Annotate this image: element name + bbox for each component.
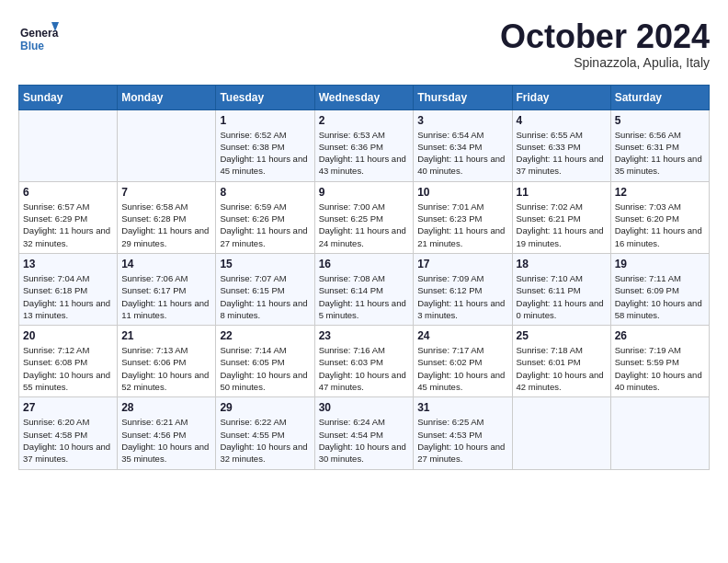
day-info: Sunrise: 6:21 AM Sunset: 4:56 PM Dayligh… (121, 416, 211, 465)
day-number: 24 (417, 329, 507, 342)
header-friday: Friday (512, 85, 610, 109)
day-info: Sunrise: 7:11 AM Sunset: 6:09 PM Dayligh… (615, 272, 705, 321)
svg-text:General: General (20, 27, 59, 40)
calendar-header: Sunday Monday Tuesday Wednesday Thursday… (19, 85, 710, 109)
day-number: 23 (319, 329, 410, 342)
day-info: Sunrise: 7:00 AM Sunset: 6:25 PM Dayligh… (319, 201, 410, 249)
calendar-cell: 9Sunrise: 7:00 AM Sunset: 6:25 PM Daylig… (314, 181, 414, 253)
day-number: 15 (220, 258, 310, 270)
day-info: Sunrise: 6:55 AM Sunset: 6:33 PM Dayligh… (517, 129, 607, 178)
day-info: Sunrise: 6:54 AM Sunset: 6:34 PM Dayligh… (417, 129, 507, 178)
calendar-cell: 31Sunrise: 6:25 AM Sunset: 4:53 PM Dayli… (414, 397, 512, 469)
day-number: 21 (121, 329, 211, 342)
header-thursday: Thursday (414, 85, 512, 109)
day-info: Sunrise: 7:03 AM Sunset: 6:20 PM Dayligh… (615, 201, 705, 249)
day-info: Sunrise: 7:09 AM Sunset: 6:12 PM Dayligh… (417, 272, 507, 321)
day-number: 7 (121, 186, 211, 199)
day-number: 26 (615, 329, 705, 342)
calendar-body: 1Sunrise: 6:52 AM Sunset: 6:38 PM Daylig… (19, 109, 710, 469)
day-info: Sunrise: 6:25 AM Sunset: 4:53 PM Dayligh… (417, 416, 507, 465)
calendar-table: Sunday Monday Tuesday Wednesday Thursday… (18, 85, 710, 470)
day-number: 10 (417, 186, 507, 199)
calendar-cell: 24Sunrise: 7:17 AM Sunset: 6:02 PM Dayli… (414, 326, 512, 397)
calendar-cell: 21Sunrise: 7:13 AM Sunset: 6:06 PM Dayli… (118, 326, 216, 397)
day-number: 19 (615, 258, 705, 270)
day-number: 20 (23, 329, 113, 342)
day-info: Sunrise: 6:24 AM Sunset: 4:54 PM Dayligh… (319, 416, 410, 465)
day-number: 17 (417, 258, 507, 270)
day-number: 8 (220, 186, 310, 199)
calendar-cell: 30Sunrise: 6:24 AM Sunset: 4:54 PM Dayli… (314, 397, 414, 469)
calendar-cell: 13Sunrise: 7:04 AM Sunset: 6:18 PM Dayli… (19, 253, 118, 325)
day-info: Sunrise: 7:06 AM Sunset: 6:17 PM Dayligh… (121, 272, 211, 321)
month-title: October 2024 (500, 18, 710, 55)
calendar-cell: 17Sunrise: 7:09 AM Sunset: 6:12 PM Dayli… (414, 253, 512, 325)
calendar-cell: 18Sunrise: 7:10 AM Sunset: 6:11 PM Dayli… (512, 253, 610, 325)
calendar-cell: 16Sunrise: 7:08 AM Sunset: 6:14 PM Dayli… (314, 253, 414, 325)
day-info: Sunrise: 6:22 AM Sunset: 4:55 PM Dayligh… (220, 416, 310, 465)
day-number: 31 (417, 401, 507, 414)
location-subtitle: Spinazzola, Apulia, Italy (500, 55, 710, 70)
calendar-cell: 4Sunrise: 6:55 AM Sunset: 6:33 PM Daylig… (512, 109, 610, 181)
header-sunday: Sunday (19, 85, 118, 109)
day-info: Sunrise: 7:19 AM Sunset: 5:59 PM Dayligh… (615, 344, 705, 393)
calendar-cell: 29Sunrise: 6:22 AM Sunset: 4:55 PM Dayli… (216, 397, 314, 469)
calendar-cell: 5Sunrise: 6:56 AM Sunset: 6:31 PM Daylig… (610, 109, 709, 181)
day-number: 12 (615, 186, 705, 199)
calendar-cell: 20Sunrise: 7:12 AM Sunset: 6:08 PM Dayli… (19, 326, 118, 397)
calendar-cell (512, 397, 610, 469)
day-number: 4 (517, 114, 607, 127)
calendar-cell: 2Sunrise: 6:53 AM Sunset: 6:36 PM Daylig… (314, 109, 414, 181)
day-number: 9 (319, 186, 410, 199)
day-number: 11 (517, 186, 607, 199)
calendar-cell (118, 109, 216, 181)
day-number: 5 (615, 114, 705, 127)
day-number: 6 (23, 186, 113, 199)
day-info: Sunrise: 6:20 AM Sunset: 4:58 PM Dayligh… (23, 416, 113, 465)
day-info: Sunrise: 7:08 AM Sunset: 6:14 PM Dayligh… (319, 272, 410, 321)
logo: General Blue (18, 18, 59, 59)
day-number: 28 (121, 401, 211, 414)
day-info: Sunrise: 7:04 AM Sunset: 6:18 PM Dayligh… (23, 272, 113, 321)
day-info: Sunrise: 7:10 AM Sunset: 6:11 PM Dayligh… (517, 272, 607, 321)
calendar-cell (610, 397, 709, 469)
header-monday: Monday (118, 85, 216, 109)
calendar-cell: 23Sunrise: 7:16 AM Sunset: 6:03 PM Dayli… (314, 326, 414, 397)
day-info: Sunrise: 7:13 AM Sunset: 6:06 PM Dayligh… (121, 344, 211, 393)
svg-text:Blue: Blue (20, 40, 44, 52)
calendar-cell: 6Sunrise: 6:57 AM Sunset: 6:29 PM Daylig… (19, 181, 118, 253)
calendar-cell: 11Sunrise: 7:02 AM Sunset: 6:21 PM Dayli… (512, 181, 610, 253)
day-number: 22 (220, 329, 310, 342)
calendar-cell: 27Sunrise: 6:20 AM Sunset: 4:58 PM Dayli… (19, 397, 118, 469)
calendar-cell: 28Sunrise: 6:21 AM Sunset: 4:56 PM Dayli… (118, 397, 216, 469)
day-info: Sunrise: 7:07 AM Sunset: 6:15 PM Dayligh… (220, 272, 310, 321)
day-info: Sunrise: 7:17 AM Sunset: 6:02 PM Dayligh… (417, 344, 507, 393)
day-number: 13 (23, 258, 113, 270)
day-info: Sunrise: 7:18 AM Sunset: 6:01 PM Dayligh… (517, 344, 607, 393)
calendar-week-3: 13Sunrise: 7:04 AM Sunset: 6:18 PM Dayli… (19, 253, 710, 325)
days-row: Sunday Monday Tuesday Wednesday Thursday… (19, 85, 710, 109)
calendar-cell: 25Sunrise: 7:18 AM Sunset: 6:01 PM Dayli… (512, 326, 610, 397)
calendar-cell: 15Sunrise: 7:07 AM Sunset: 6:15 PM Dayli… (216, 253, 314, 325)
day-number: 30 (319, 401, 410, 414)
day-info: Sunrise: 6:53 AM Sunset: 6:36 PM Dayligh… (319, 129, 410, 178)
calendar-cell: 8Sunrise: 6:59 AM Sunset: 6:26 PM Daylig… (216, 181, 314, 253)
calendar-cell (19, 109, 118, 181)
day-info: Sunrise: 7:02 AM Sunset: 6:21 PM Dayligh… (517, 201, 607, 249)
calendar-cell: 1Sunrise: 6:52 AM Sunset: 6:38 PM Daylig… (216, 109, 314, 181)
day-number: 3 (417, 114, 507, 127)
day-number: 16 (319, 258, 410, 270)
day-number: 27 (23, 401, 113, 414)
day-info: Sunrise: 6:58 AM Sunset: 6:28 PM Dayligh… (121, 201, 211, 249)
calendar-cell: 14Sunrise: 7:06 AM Sunset: 6:17 PM Dayli… (118, 253, 216, 325)
day-number: 29 (220, 401, 310, 414)
title-block: October 2024 Spinazzola, Apulia, Italy (500, 18, 710, 70)
day-number: 25 (517, 329, 607, 342)
header-tuesday: Tuesday (216, 85, 314, 109)
day-info: Sunrise: 6:52 AM Sunset: 6:38 PM Dayligh… (220, 129, 310, 178)
calendar-cell: 3Sunrise: 6:54 AM Sunset: 6:34 PM Daylig… (414, 109, 512, 181)
calendar-cell: 26Sunrise: 7:19 AM Sunset: 5:59 PM Dayli… (610, 326, 709, 397)
day-number: 1 (220, 114, 310, 127)
day-info: Sunrise: 7:14 AM Sunset: 6:05 PM Dayligh… (220, 344, 310, 393)
calendar-cell: 19Sunrise: 7:11 AM Sunset: 6:09 PM Dayli… (610, 253, 709, 325)
